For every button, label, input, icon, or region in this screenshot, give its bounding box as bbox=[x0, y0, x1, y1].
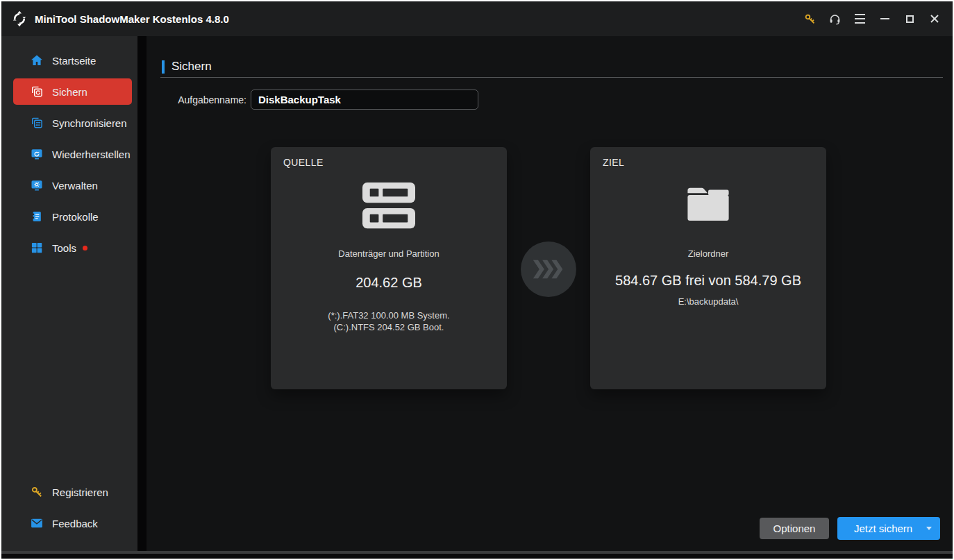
key-icon bbox=[30, 485, 44, 499]
sidebar-item-protokolle[interactable]: Protokolle bbox=[13, 203, 132, 230]
disk-icon bbox=[271, 182, 507, 230]
main-content: Sichern Aufgabenname: QUELLE bbox=[147, 36, 953, 551]
target-card[interactable]: ZIEL Zielordner 584.67 GB frei von 584.7… bbox=[590, 147, 826, 389]
target-card-title: ZIEL bbox=[603, 157, 624, 168]
source-partition-details: (*:).FAT32 100.00 MB System. (C:).NTFS 2… bbox=[271, 309, 507, 333]
chevrons-icon bbox=[533, 260, 564, 279]
maximize-icon[interactable] bbox=[897, 8, 922, 30]
source-card[interactable]: QUELLE Dat bbox=[271, 147, 507, 389]
sidebar-item-label: Tools bbox=[52, 242, 76, 254]
mail-icon bbox=[30, 516, 44, 530]
sidebar: Startseite Sichern bbox=[1, 36, 137, 551]
window-title: MiniTool ShadowMaker Kostenlos 4.8.0 bbox=[35, 13, 229, 25]
task-name-label: Aufgabenname: bbox=[173, 94, 246, 105]
sidebar-item-feedback[interactable]: Feedback bbox=[13, 510, 132, 536]
sidebar-footer: Registrieren Feedback bbox=[1, 479, 137, 541]
taskbar-sliver bbox=[1, 554, 953, 559]
page-title-accent bbox=[162, 60, 165, 74]
source-card-title: QUELLE bbox=[283, 157, 324, 168]
header-rule bbox=[160, 77, 943, 78]
logs-icon bbox=[30, 210, 44, 223]
sidebar-item-startseite[interactable]: Startseite bbox=[13, 47, 132, 74]
task-name-input[interactable] bbox=[251, 90, 478, 110]
target-type-label: Zielordner bbox=[590, 248, 826, 259]
source-size: 204.62 GB bbox=[271, 275, 507, 291]
tools-icon bbox=[30, 241, 44, 255]
chevron-down-icon[interactable] bbox=[926, 527, 932, 530]
minimize-icon[interactable] bbox=[872, 8, 897, 30]
sidebar-item-label: Verwalten bbox=[52, 180, 98, 192]
sidebar-item-synchronisieren[interactable]: Synchronisieren bbox=[13, 110, 132, 136]
screenshot-root: MiniTool ShadowMaker Kostenlos 4.8.0 bbox=[0, 0, 954, 560]
options-button[interactable]: Optionen bbox=[760, 518, 829, 539]
sidebar-item-registrieren[interactable]: Registrieren bbox=[13, 479, 132, 505]
titlebar: MiniTool ShadowMaker Kostenlos 4.8.0 bbox=[1, 1, 953, 36]
notification-dot bbox=[83, 246, 87, 251]
source-type-label: Datenträger und Partition bbox=[271, 248, 507, 259]
headset-icon[interactable] bbox=[822, 8, 847, 30]
target-free-space: 584.67 GB frei von 584.79 GB bbox=[590, 273, 826, 289]
source-to-target-arrows bbox=[521, 241, 576, 297]
folder-icon bbox=[590, 182, 826, 225]
minitool-logo-icon bbox=[10, 10, 28, 28]
close-icon[interactable] bbox=[922, 8, 947, 30]
app-window: MiniTool ShadowMaker Kostenlos 4.8.0 bbox=[1, 1, 953, 551]
sidebar-item-label: Synchronisieren bbox=[52, 117, 127, 129]
sidebar-item-label: Startseite bbox=[52, 55, 96, 67]
source-partition-line: (C:).NTFS 204.52 GB Boot. bbox=[271, 321, 507, 333]
backup-icon bbox=[30, 85, 44, 99]
sidebar-item-label: Feedback bbox=[52, 518, 98, 529]
manage-icon bbox=[30, 178, 44, 192]
source-partition-line: (*:).FAT32 100.00 MB System. bbox=[271, 309, 507, 321]
sidebar-item-sichern[interactable]: Sichern bbox=[13, 78, 132, 105]
sidebar-item-verwalten[interactable]: Verwalten bbox=[13, 172, 132, 198]
sidebar-content-divider bbox=[137, 36, 147, 551]
home-icon bbox=[30, 53, 44, 67]
backup-now-label: Jetzt sichern bbox=[854, 523, 912, 534]
sidebar-item-label: Sichern bbox=[52, 86, 87, 98]
sidebar-item-label: Registrieren bbox=[52, 486, 108, 498]
sidebar-item-tools[interactable]: Tools bbox=[13, 235, 132, 261]
sidebar-nav: Startseite Sichern bbox=[1, 36, 137, 261]
sync-icon bbox=[30, 116, 44, 130]
sidebar-item-label: Wiederherstellen bbox=[52, 149, 131, 160]
menu-icon[interactable] bbox=[847, 8, 872, 30]
register-key-icon[interactable] bbox=[797, 8, 822, 30]
sidebar-item-wiederherstellen[interactable]: Wiederherstellen bbox=[13, 141, 132, 167]
titlebar-actions bbox=[797, 8, 947, 30]
page-title: Sichern bbox=[171, 60, 212, 74]
backup-now-button[interactable]: Jetzt sichern bbox=[837, 517, 940, 540]
sidebar-item-label: Protokolle bbox=[52, 211, 99, 223]
target-path: E:\backupdata\ bbox=[590, 296, 826, 307]
restore-icon bbox=[30, 147, 44, 161]
